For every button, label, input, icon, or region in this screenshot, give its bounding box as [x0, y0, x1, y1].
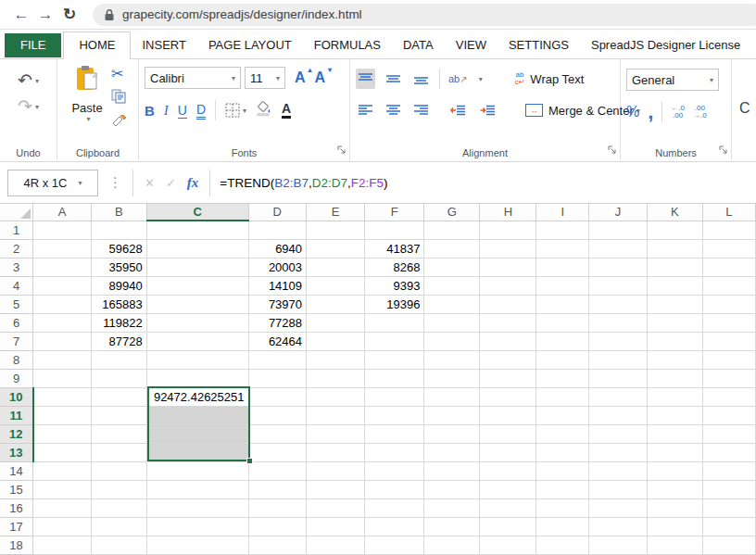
cell-A15[interactable]	[33, 480, 92, 498]
cell-B13[interactable]	[91, 443, 146, 461]
cell-I7[interactable]	[536, 332, 589, 350]
decrease-font-size-button[interactable]: A▾	[315, 69, 326, 86]
cell-I13[interactable]	[536, 443, 589, 461]
cell-F4[interactable]: 9393	[364, 276, 424, 295]
cell-L12[interactable]	[702, 424, 755, 443]
cell-B8[interactable]	[91, 350, 146, 369]
row-header-2[interactable]: 2	[0, 239, 33, 258]
cell-G14[interactable]	[424, 461, 480, 480]
row-header-17[interactable]: 17	[0, 517, 33, 536]
cell-D15[interactable]	[248, 480, 307, 498]
cell-E15[interactable]	[307, 480, 365, 498]
cell-D3[interactable]: 20003	[248, 258, 307, 276]
cell-K12[interactable]	[647, 424, 702, 443]
cell-A16[interactable]	[33, 498, 92, 517]
tab-page-layout[interactable]: PAGE LAYOUT	[197, 32, 303, 58]
increase-font-size-button[interactable]: A▴	[295, 69, 306, 86]
cell-K11[interactable]	[647, 406, 702, 424]
browser-back-icon[interactable]: ←	[9, 6, 33, 24]
align-left-button[interactable]	[356, 100, 375, 120]
cell-C16[interactable]	[146, 498, 248, 517]
cell-C6[interactable]	[146, 313, 248, 332]
cell-G16[interactable]	[424, 498, 480, 517]
cell-A7[interactable]	[33, 332, 92, 350]
tab-home[interactable]: HOME	[63, 32, 131, 59]
row-header-15[interactable]: 15	[0, 480, 33, 498]
borders-button[interactable]: ▾	[225, 103, 246, 118]
cell-G8[interactable]	[424, 350, 480, 369]
redo-dropdown-arrow-icon[interactable]: ▾	[35, 103, 39, 111]
cell-F12[interactable]	[364, 424, 424, 443]
cell-A13[interactable]	[33, 443, 92, 461]
cell-F7[interactable]	[364, 332, 424, 350]
cell-H10[interactable]	[480, 387, 536, 406]
cell-G12[interactable]	[424, 424, 480, 443]
cell-J17[interactable]	[589, 517, 648, 536]
cell-H4[interactable]	[480, 276, 536, 295]
cell-G13[interactable]	[424, 443, 480, 461]
cell-K15[interactable]	[647, 480, 702, 498]
col-header-J[interactable]: J	[589, 204, 648, 221]
cell-J5[interactable]	[589, 295, 648, 313]
cell-A8[interactable]	[33, 350, 92, 369]
tab-formulas[interactable]: FORMULAS	[303, 32, 392, 58]
increase-decimal-button[interactable]: .00 →.0	[693, 105, 707, 120]
cell-D18[interactable]	[248, 536, 307, 554]
fill-handle[interactable]	[246, 458, 253, 464]
cell-D2[interactable]: 6940	[248, 239, 307, 258]
cell-L1[interactable]	[702, 221, 755, 239]
browser-reload-icon[interactable]: ↻	[57, 5, 82, 24]
cell-K8[interactable]	[647, 350, 702, 369]
cell-C12[interactable]	[146, 424, 248, 443]
decrease-indent-button[interactable]	[447, 101, 469, 120]
fonts-dialog-launcher-icon[interactable]	[337, 141, 346, 158]
cell-K4[interactable]	[647, 276, 702, 295]
browser-forward-icon[interactable]: →	[33, 6, 57, 24]
align-middle-button[interactable]	[384, 69, 403, 89]
row-header-13[interactable]: 13	[0, 443, 33, 461]
cell-H11[interactable]	[480, 406, 536, 424]
row-header-12[interactable]: 12	[0, 424, 33, 443]
cell-H8[interactable]	[480, 350, 536, 369]
cell-G6[interactable]	[424, 313, 480, 332]
cell-F9[interactable]	[364, 369, 424, 387]
italic-button[interactable]: I	[164, 103, 169, 119]
cell-J6[interactable]	[589, 313, 648, 332]
cell-D13[interactable]	[248, 443, 307, 461]
cell-K16[interactable]	[647, 498, 702, 517]
row-header-18[interactable]: 18	[0, 536, 33, 554]
cell-C11[interactable]	[146, 406, 248, 424]
cell-L6[interactable]	[702, 313, 755, 332]
cell-J10[interactable]	[589, 387, 648, 406]
cell-J7[interactable]	[589, 332, 648, 350]
cell-C9[interactable]	[146, 369, 248, 387]
cell-K10[interactable]	[647, 387, 702, 406]
cell-E12[interactable]	[307, 424, 365, 443]
row-header-7[interactable]: 7	[0, 332, 33, 350]
cell-D12[interactable]	[248, 424, 307, 443]
col-header-K[interactable]: K	[647, 204, 702, 221]
cell-E16[interactable]	[307, 498, 365, 517]
cell-F3[interactable]: 8268	[364, 258, 424, 276]
cell-D8[interactable]	[248, 350, 307, 369]
tab-settings[interactable]: SETTINGS	[498, 32, 580, 58]
row-header-16[interactable]: 16	[0, 498, 33, 517]
row-header-6[interactable]: 6	[0, 313, 33, 332]
tab-view[interactable]: VIEW	[445, 32, 498, 58]
cell-B7[interactable]: 87728	[91, 332, 146, 350]
cell-D16[interactable]	[248, 498, 307, 517]
cell-F10[interactable]	[364, 387, 424, 406]
comma-style-button[interactable]: ,	[648, 107, 653, 118]
cell-F8[interactable]	[364, 350, 424, 369]
cell-I12[interactable]	[536, 424, 589, 443]
cell-E17[interactable]	[307, 517, 365, 536]
cell-B17[interactable]	[91, 517, 146, 536]
cell-B10[interactable]	[91, 387, 146, 406]
cell-C3[interactable]	[146, 258, 248, 276]
cell-G9[interactable]	[424, 369, 480, 387]
copy-icon[interactable]	[111, 89, 127, 107]
wrap-text-button[interactable]: abc↵ Wrap Text	[515, 71, 585, 86]
cell-L3[interactable]	[702, 258, 755, 276]
format-painter-icon[interactable]	[111, 115, 127, 132]
cell-H18[interactable]	[480, 536, 536, 554]
